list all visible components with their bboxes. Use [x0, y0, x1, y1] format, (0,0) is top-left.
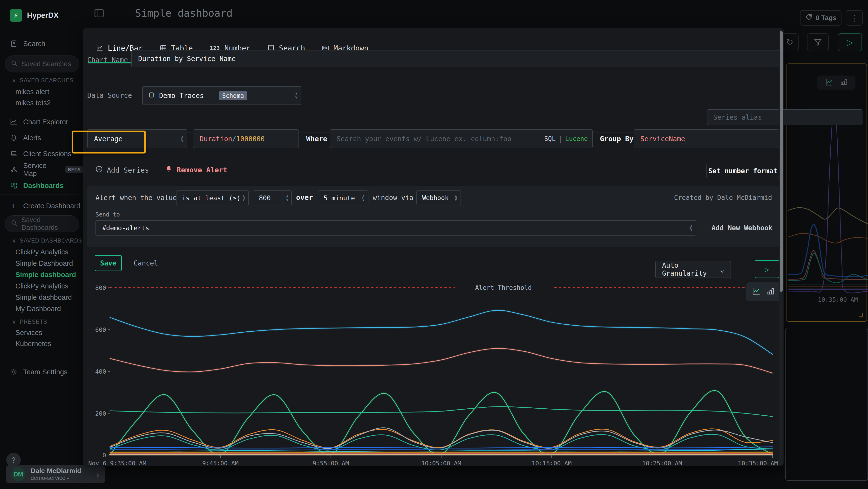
panel-chart-type-toggle[interactable] [817, 76, 856, 90]
saved-search-label: mikes alert [16, 88, 49, 96]
chevron-down-icon: ∨ [12, 77, 17, 84]
set-number-format-button[interactable]: Set number format [707, 164, 779, 178]
chart-line-icon [10, 118, 18, 126]
saved-dashboard-label: ClickPy Analytics [16, 282, 68, 290]
select-chevrons-icon: ∧∨ [243, 195, 245, 201]
saved-dashboard-item[interactable]: Simple Dashboard [0, 258, 83, 269]
logo-text: HyperDX [27, 11, 59, 20]
select-chevrons-icon: ∧∨ [455, 195, 457, 201]
series-green-flat [110, 407, 773, 416]
saved-dashboards-header[interactable]: ∨SAVED DASHBOARDS [0, 237, 83, 244]
series-orange-wave [110, 429, 773, 448]
svg-text:800: 800 [95, 284, 106, 291]
number-stepper[interactable]: ∧∨ [283, 191, 291, 205]
saved-dashboard-label: Simple Dashboard [16, 259, 73, 267]
created-by-label: Created by Dale McDiarmid [674, 194, 772, 201]
line-chart-icon[interactable] [752, 287, 761, 297]
preset-item[interactable]: Kubernetes [0, 338, 83, 349]
saved-dashboard-label: ClickPy Analytics [16, 248, 68, 256]
chevron-down-icon: ∨ [12, 237, 17, 244]
group-by-label: Group By [600, 135, 633, 143]
saved-dashboard-label: Simple dashboard [16, 271, 76, 279]
user-name: Dale McDiarmid [31, 467, 81, 474]
help-button[interactable]: ? [6, 453, 21, 467]
tags-label: 0 Tags [816, 14, 837, 22]
add-series-button[interactable]: Add Series [95, 165, 149, 175]
svg-text:10:25:00 AM: 10:25:00 AM [642, 460, 682, 466]
chart-name-input[interactable]: Duration by Service Name [131, 50, 779, 67]
sidebar-item-service-map[interactable]: Service MapBETA [0, 164, 83, 175]
modal-scrollbar[interactable] [779, 29, 783, 465]
presets-header[interactable]: ∨PRESETS [0, 318, 83, 325]
service-map-icon [10, 166, 18, 174]
over-label: over [296, 193, 313, 202]
threshold-number-input[interactable]: 800 ∧∨ [253, 191, 292, 205]
panel-resize-handle[interactable] [859, 313, 863, 317]
sidebar-item-alerts[interactable]: Alerts [0, 132, 83, 143]
saved-searches-header[interactable]: ∨SAVED SEARCHES [0, 77, 83, 84]
dashboards-icon [10, 181, 18, 190]
sidebar-item-label: Client Sessions [23, 150, 71, 158]
bar-chart-icon[interactable] [840, 78, 847, 87]
saved-dashboard-item[interactable]: Simple dashboard [0, 292, 83, 303]
saved-dashboard-item[interactable]: ClickPy Analytics [0, 247, 83, 257]
alias-input[interactable]: Series alias [707, 109, 863, 125]
channel-select[interactable]: Webhook ∧∨ [416, 191, 461, 205]
sidebar-item-label: Search [23, 40, 45, 48]
bell-icon [10, 134, 18, 142]
tags-button[interactable]: 0 Tags [800, 10, 841, 26]
user-card[interactable]: DM Dale McDiarmid demo-service - › [6, 465, 105, 483]
preset-label: Kubernetes [16, 340, 51, 348]
dashboard-panel-below [785, 328, 868, 481]
send-to-select[interactable]: #demo-alerts ∧∨ [95, 220, 696, 236]
kebab-menu-button[interactable]: ⋮ [846, 10, 863, 26]
run-chart-button[interactable]: ▷ [755, 260, 779, 278]
line-chart-icon[interactable] [825, 78, 834, 87]
saved-search-item[interactable]: mikes alert [0, 86, 83, 97]
divider [0, 51, 83, 51]
sidebar-item-dashboards[interactable]: Dashboards [0, 180, 83, 191]
preset-item[interactable]: Services [0, 327, 83, 338]
data-source-select[interactable]: Demo Traces Schema ∧∨ [142, 86, 301, 105]
remove-alert-button[interactable]: Remove Alert [165, 165, 227, 174]
sidebar-item-chart-explorer[interactable]: Chart Explorer [0, 116, 83, 127]
select-chevrons-icon: ∧∨ [295, 92, 298, 99]
bar-chart-icon[interactable] [767, 287, 775, 296]
field-input[interactable]: Duration/1000000 [193, 130, 299, 148]
sidebar-item-search[interactable]: Search [0, 38, 83, 49]
saved-dashboard-item[interactable]: ClickPy Analytics [0, 281, 83, 291]
sidebar-item-team-settings[interactable]: Team Settings [0, 366, 83, 378]
save-button[interactable]: Save [95, 255, 122, 271]
sidebar-collapse-icon[interactable] [94, 8, 105, 19]
query-language-toggle[interactable]: SQL | Lucene [544, 135, 588, 142]
cancel-button[interactable]: Cancel [131, 255, 160, 271]
logo[interactable]: ⚡ HyperDX [0, 9, 83, 22]
run-query-background-button[interactable]: ▷ [838, 33, 862, 51]
user-subtitle: demo-service - [31, 474, 81, 481]
saved-dashboards-placeholder: Saved Dashboards [22, 216, 79, 231]
schema-badge: Schema [219, 91, 247, 100]
saved-search-label: mikes tets2 [16, 99, 51, 107]
granularity-select[interactable]: Auto Granularity ⌄ [655, 261, 731, 278]
saved-dashboard-item[interactable]: My Dashboard [0, 304, 83, 314]
sidebar-item-client-sessions[interactable]: Client Sessions [0, 148, 83, 159]
group-by-input[interactable]: ServiceName [633, 130, 779, 148]
data-source-label: Data Source [87, 91, 132, 99]
create-dashboard-button[interactable]: + Create Dashboard [0, 200, 83, 211]
where-input[interactable]: Search your events w/ Lucene ex. column:… [330, 130, 593, 148]
chevron-right-icon: › [96, 470, 99, 479]
saved-dashboard-item[interactable]: Simple dashboard [0, 269, 83, 280]
svg-text:400: 400 [95, 368, 106, 375]
saved-search-item[interactable]: mikes tets2 [0, 97, 83, 108]
select-chevrons-icon: ∧∨ [362, 195, 365, 201]
saved-searches-input[interactable]: Saved Searches [5, 56, 79, 73]
filter-button[interactable] [807, 33, 829, 51]
comparator-select[interactable]: is at least (≥) ∧∨ [176, 191, 249, 205]
saved-dashboards-input[interactable]: Saved Dashboards [5, 215, 79, 232]
window-select[interactable]: 5 minute ∧∨ [318, 191, 368, 205]
window-via-label: window via [373, 194, 413, 202]
add-new-webhook-button[interactable]: Add New Webhook [712, 224, 773, 232]
scrollbar-thumb[interactable] [780, 31, 783, 292]
sidebar-item-label: Service Map [23, 162, 61, 178]
chart-display-toggle[interactable] [746, 282, 780, 301]
